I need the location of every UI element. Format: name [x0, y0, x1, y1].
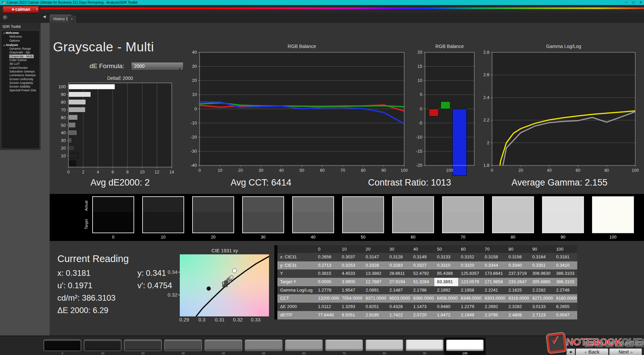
svg-text:12: 12 — [155, 170, 159, 174]
table-cell: 0.3164 — [530, 253, 553, 261]
sidebar-item-screen-angularity[interactable]: Screen Angularity — [1, 81, 40, 85]
window-title: Calman 2022 Calman Ultimate for Business… — [7, 0, 137, 5]
level-patch-80[interactable] — [366, 340, 403, 351]
svg-text:-20: -20 — [191, 135, 197, 140]
table-cell: 233.2647 — [506, 278, 530, 286]
transport-button[interactable]: ■ — [604, 341, 614, 348]
table-cell: 0.2656 — [315, 253, 339, 261]
svg-text:10: 10 — [140, 170, 145, 174]
transport-button[interactable]: ■ — [584, 341, 594, 348]
level-patch-10[interactable] — [84, 340, 121, 351]
table-cell: 2.3282 — [506, 303, 530, 311]
grayscale-swatch-label: 10 — [142, 235, 184, 240]
record-toggle-button[interactable] — [2, 15, 8, 20]
cie-chart-title: CIE 1931 xy — [188, 248, 262, 253]
transport-button[interactable]: ■ — [614, 341, 624, 348]
table-cell: 0.3328 — [363, 261, 387, 270]
expander-icon[interactable]: ◢ — [3, 32, 5, 34]
transport-button[interactable]: ■ — [625, 341, 634, 348]
grayscale-swatch-40 — [292, 196, 334, 233]
table-cell: 173.6641 — [482, 269, 506, 278]
sidebar-item-color-gamut[interactable]: Color Gamut — [1, 58, 40, 62]
table-cell: 52.4792 — [411, 269, 434, 278]
gamma-chart: Gamma Log/Log2.82.62.42.221.802040608010… — [473, 44, 644, 178]
svg-text:-20: -20 — [416, 163, 422, 168]
sidebar-item-options[interactable]: Options — [1, 39, 40, 43]
table-row-label: dEITP — [277, 311, 315, 319]
table-cell: 2.2692 — [482, 303, 506, 311]
transport-button[interactable]: ■ — [635, 341, 644, 348]
avg-gamma-summary: Average Gamma: 2.155 — [486, 178, 633, 188]
table-cell: 0.3158 — [482, 253, 506, 261]
sidebar-item-analysis[interactable]: ◢Analysis — [1, 43, 40, 47]
level-patch-0[interactable] — [44, 340, 81, 351]
back-button[interactable]: « Back — [576, 348, 608, 355]
new-tab-button[interactable]: + — [68, 16, 76, 23]
sidebar-item-3d-lut[interactable]: 3D LUT — [1, 62, 40, 66]
sidebar-item-spectral-power-dist[interactable]: Spectral Power Dist. — [1, 89, 40, 92]
table-column-header: 80 — [506, 245, 530, 253]
sidebar-item-grayscale-2pt[interactable]: Grayscale - 2pt — [1, 51, 40, 54]
expander-icon[interactable]: ◢ — [3, 44, 5, 46]
level-patch-70[interactable] — [325, 340, 363, 351]
transport-button[interactable]: ■ — [594, 341, 604, 348]
table-cell: 0.3181 — [553, 253, 577, 261]
table-cell: 6349.0000 — [458, 294, 482, 303]
grayscale-swatch-20 — [192, 196, 234, 233]
cie-chart — [180, 254, 269, 316]
close-icon[interactable]: ✕ — [639, 0, 642, 5]
level-patch-90[interactable] — [406, 340, 443, 351]
minimize-icon[interactable]: ─ — [625, 0, 627, 5]
svg-text:30: 30 — [192, 64, 197, 69]
grayscale-swatch-50 — [342, 196, 384, 233]
svg-text:-10: -10 — [191, 120, 197, 125]
level-patch-label: 0 — [44, 352, 81, 355]
grayscale-swatch-0 — [92, 196, 134, 233]
svg-text:60: 60 — [320, 168, 325, 173]
table-cell: 13.3882 — [363, 269, 387, 278]
level-patch-label: 40 — [205, 352, 242, 355]
table-cell: 0.3351 — [530, 261, 553, 270]
level-patch-100[interactable] — [446, 340, 484, 351]
stop-button[interactable]: ■ — [566, 348, 575, 355]
table-row-x-cie31: x: CIE310.26560.30370.31470.31280.31490.… — [277, 253, 577, 261]
level-patch-50[interactable] — [245, 340, 282, 351]
table-cell: 5.0047 — [553, 311, 577, 319]
svg-text:20: 20 — [518, 168, 523, 173]
table-cell: 2.9185 — [363, 311, 387, 319]
table-cell: 6503.0000 — [387, 294, 411, 303]
table-row-label: y: CIE31 — [277, 261, 315, 270]
sidebar-item-screen-stability[interactable]: Screen Stability — [1, 85, 40, 89]
svg-text:30: 30 — [61, 138, 66, 143]
calman-menu-button[interactable]: ✳calman ▾ — [3, 6, 39, 13]
sidebar-item-dynamic-range[interactable]: Dynamic Range — [1, 47, 40, 51]
table-cell: 0.3037 — [339, 253, 363, 261]
svg-text:20: 20 — [238, 168, 243, 173]
sidebar-item-colorchecker[interactable]: ColorChecker — [1, 66, 40, 70]
maximize-icon[interactable]: ▢ — [632, 0, 635, 5]
table-cell: 0.3344 — [482, 261, 506, 270]
table-cell: 2.2749 — [553, 286, 577, 295]
table-cell: 0.3320 — [458, 261, 482, 270]
table-cell: 386.3103 — [553, 269, 577, 278]
collapse-panel-icon[interactable]: ◀ — [43, 14, 46, 19]
table-corner-cell — [277, 245, 315, 253]
table-column-header: 10 — [339, 245, 363, 253]
sidebar-item-saturation-sweeps[interactable]: Saturation Sweeps — [1, 70, 40, 73]
de-formula-select[interactable]: 2000 ▼ — [131, 62, 183, 70]
svg-text:10: 10 — [418, 78, 422, 83]
current-reading-title: Current Reading — [57, 253, 129, 264]
sidebar-item-screen-uniformity[interactable]: Screen Uniformity — [1, 78, 40, 81]
table-row-y: Y0.38154.453313.388228.661152.479285.438… — [277, 269, 577, 278]
sidebar-item-welcome[interactable]: ◢Welcome — [1, 31, 40, 35]
sidebar-item-grayscale-multi[interactable]: Grayscale - Multi — [1, 55, 40, 58]
next-button[interactable]: Next » — [609, 348, 642, 355]
sidebar-item-welcome[interactable]: Welcome — [1, 35, 40, 39]
table-column-header: 100 — [553, 245, 577, 253]
level-patch-40[interactable] — [205, 340, 242, 351]
sidebar-item-luminance-sweeps[interactable]: Luminance Sweeps — [1, 73, 40, 77]
level-patch-30[interactable] — [164, 340, 202, 351]
level-patch-20[interactable] — [124, 340, 162, 351]
table-cell: 0.9480 — [434, 303, 458, 311]
level-patch-60[interactable] — [285, 340, 323, 351]
